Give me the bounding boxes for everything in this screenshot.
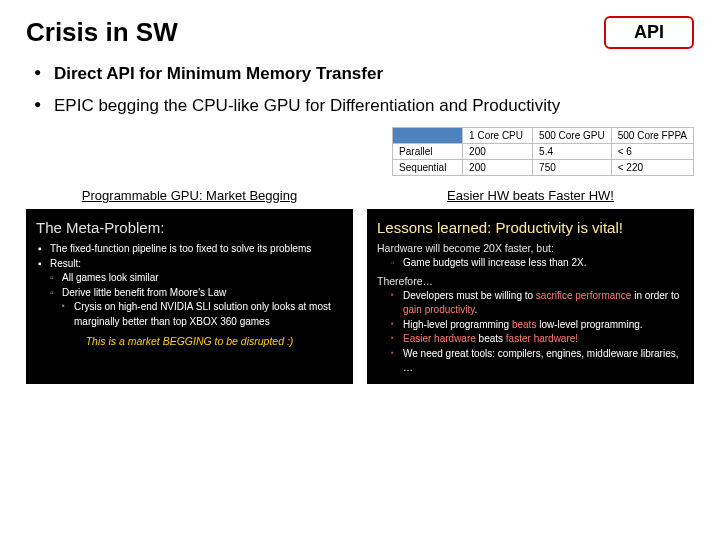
row1-c3: < 6 — [611, 144, 693, 160]
th-col1: 1 Core CPU — [463, 128, 533, 144]
right-s2c: Easier hardware beats faster hardware! — [377, 332, 684, 347]
left-caption: Programmable GPU: Market Begging — [26, 186, 353, 209]
em: beats — [512, 319, 536, 330]
panels-row: Programmable GPU: Market Begging The Met… — [26, 186, 694, 384]
th-blank — [393, 128, 463, 144]
left-panel: The Meta-Problem: The fixed-function pip… — [26, 209, 353, 384]
right-sect2: Therefore… — [377, 275, 684, 287]
row1-c2: 5.4 — [533, 144, 612, 160]
main-bullets: Direct API for Minimum Memory Transfer E… — [26, 63, 694, 117]
right-column: Easier HW beats Faster HW! Lessons learn… — [367, 186, 694, 384]
right-sect1: Hardware will become 20X faster, but: — [377, 242, 684, 254]
em: faster hardware! — [506, 333, 578, 344]
left-item-b: Result: — [36, 257, 343, 272]
left-list: The fixed-function pipeline is too fixed… — [36, 242, 343, 329]
th-col3: 500 Core FPPA — [611, 128, 693, 144]
right-caption: Easier HW beats Faster HW! — [367, 186, 694, 209]
row2-c2: 750 — [533, 160, 612, 176]
t: in order to — [631, 290, 679, 301]
left-item-a: The fixed-function pipeline is too fixed… — [36, 242, 343, 257]
table-header-row: 1 Core CPU 500 Core GPU 500 Core FPPA — [393, 128, 694, 144]
right-s2b: High-level programming beats low-level p… — [377, 318, 684, 333]
th-col2: 500 Core GPU — [533, 128, 612, 144]
row2-label: Sequential — [393, 160, 463, 176]
right-s1a: Game budgets will increase less than 2X. — [377, 256, 684, 271]
left-item-b1: All games look similar — [36, 271, 343, 286]
slide: Crisis in SW API Direct API for Minimum … — [0, 0, 720, 540]
table-row: Parallel 200 5.4 < 6 — [393, 144, 694, 160]
comparison-table: 1 Core CPU 500 Core GPU 500 Core FPPA Pa… — [392, 127, 694, 176]
left-item-b2: Derive little benefit from Moore's Law — [36, 286, 343, 301]
t: beats — [479, 333, 506, 344]
comparison-table-wrap: 1 Core CPU 500 Core GPU 500 Core FPPA Pa… — [26, 127, 694, 176]
right-list2: Developers must be willing to sacrifice … — [377, 289, 684, 376]
row1-label: Parallel — [393, 144, 463, 160]
left-callout: This is a market BEGGING to be disrupted… — [36, 335, 343, 347]
t: . — [475, 304, 478, 315]
slide-header: Crisis in SW API — [26, 16, 694, 49]
left-item-b3: Crysis on high-end NVIDIA SLI solution o… — [36, 300, 343, 329]
t: High-level programming — [403, 319, 512, 330]
bullet-2: EPIC begging the CPU-like GPU for Differ… — [34, 95, 694, 117]
row1-c1: 200 — [463, 144, 533, 160]
row2-c1: 200 — [463, 160, 533, 176]
em: sacrifice performance — [536, 290, 632, 301]
t: low-level programming. — [536, 319, 642, 330]
right-list1: Game budgets will increase less than 2X. — [377, 256, 684, 271]
right-s2d: We need great tools: compilers, engines,… — [377, 347, 684, 376]
right-s2a: Developers must be willing to sacrifice … — [377, 289, 684, 318]
right-heading: Lessons learned: Productivity is vital! — [377, 219, 684, 236]
left-column: Programmable GPU: Market Begging The Met… — [26, 186, 353, 384]
em: Easier hardware — [403, 333, 479, 344]
table-row: Sequential 200 750 < 220 — [393, 160, 694, 176]
bullet-1: Direct API for Minimum Memory Transfer — [34, 63, 694, 85]
api-badge: API — [604, 16, 694, 49]
t: Developers must be willing to — [403, 290, 536, 301]
right-panel: Lessons learned: Productivity is vital! … — [367, 209, 694, 384]
em: gain productivity — [403, 304, 475, 315]
left-heading: The Meta-Problem: — [36, 219, 343, 236]
row2-c3: < 220 — [611, 160, 693, 176]
slide-title: Crisis in SW — [26, 17, 178, 48]
